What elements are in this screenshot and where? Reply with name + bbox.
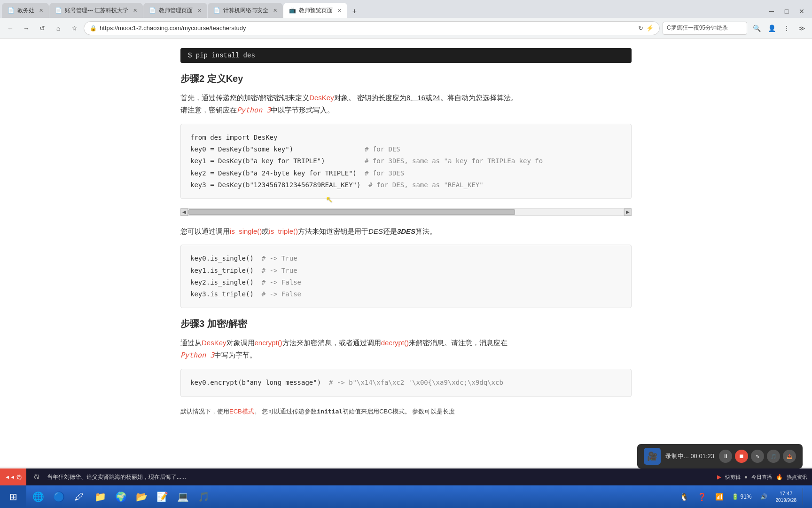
issingle-still: 还是 xyxy=(383,227,397,235)
tab5-close[interactable]: ✕ xyxy=(337,8,342,14)
issingle-or: 或 xyxy=(262,227,269,235)
news-text: 当年狂刘德华、追父卖肾跳海的杨丽娟，现在后悔了...... xyxy=(47,474,186,480)
step3-text1: 通过从 xyxy=(180,339,202,347)
main-scroll-area[interactable]: $ pip install des 步骤2 定义Key 首先，通过传递您的加密/… xyxy=(0,39,812,467)
close-browser[interactable]: ✕ xyxy=(795,5,808,18)
volume-icon: 🔊 xyxy=(760,493,767,500)
taskbar-volume[interactable]: 🔊 xyxy=(758,492,770,501)
tab-3[interactable]: 📄 教师管理页面 ✕ xyxy=(143,3,207,18)
help-icon: ❓ xyxy=(697,492,707,501)
python3-inline: Python 3 xyxy=(237,106,271,114)
tab4-close[interactable]: ✕ xyxy=(273,8,277,14)
initial-param: initial xyxy=(317,408,343,415)
tab-2[interactable]: 📄 账号管理--- 江苏科技大学 ✕ xyxy=(49,3,143,18)
news-arrow[interactable]: 🗘 xyxy=(30,474,43,480)
search-icon[interactable]: 🔍 xyxy=(750,22,763,35)
live-label[interactable]: 今日直播 xyxy=(751,474,772,481)
news-bar: ◄ ◄ 选 🗘 当年狂刘德华、追父卖肾跳海的杨丽娟，现在后悔了...... ▶ … xyxy=(0,468,812,485)
code-scrollbar-1[interactable]: ◀ ▶ xyxy=(180,208,632,216)
url-text: https://mooc1-2.chaoxing.com/mycourse/te… xyxy=(100,24,635,32)
fast-cut-label[interactable]: 快剪辑 xyxy=(725,474,741,481)
taskbar-app-browser[interactable]: 🌐 xyxy=(28,487,48,506)
bookmark-button[interactable]: ☆ xyxy=(68,22,81,35)
qq-icon: 🐧 xyxy=(679,492,689,501)
extensions-icon[interactable]: ≫ xyxy=(795,22,808,35)
issingle-text1: 您可以通过调用 xyxy=(180,227,230,235)
taskbar-app-edge[interactable]: 🌍 xyxy=(111,487,131,506)
step2-heading: 步骤2 定义Key xyxy=(180,72,632,85)
recording-cam-icon: 🎥 xyxy=(644,448,661,465)
code-block-3: key0.encrypt(b"any long message") # -> b… xyxy=(180,369,632,397)
hot-label[interactable]: 热点资讯 xyxy=(787,474,807,481)
recording-extra-btn-1[interactable]: ✎ xyxy=(751,450,764,463)
pause-recording-button[interactable]: ⏸ xyxy=(719,450,732,463)
new-tab-button[interactable]: + xyxy=(348,5,361,18)
step2-paragraph: 首先，通过传递您的加密/解密密钥来定义DesKey对象。 密钥的长度应为8、16… xyxy=(180,92,632,116)
step2-issingle-para: 您可以通过调用is_single()或is_triple()方法来知道密钥是用于… xyxy=(180,225,632,238)
live-icon: ● xyxy=(744,474,748,481)
search-bar[interactable]: C罗疯狂一夜95分钟绝杀 xyxy=(663,22,747,35)
scroll-thumb[interactable] xyxy=(188,209,515,215)
code-block-3-content: key0.encrypt(b"any long message") # -> b… xyxy=(190,377,622,389)
taskbar-app-music[interactable]: 🎵 xyxy=(194,487,213,506)
taskbar-help[interactable]: ❓ xyxy=(695,492,709,502)
issingle-highlight: is_single() xyxy=(230,227,262,235)
taskbar-app-ie[interactable]: 🔵 xyxy=(49,487,69,506)
select-icon: ◄ xyxy=(5,474,10,480)
taskbar-clock[interactable]: 17:47 2019/9/28 xyxy=(773,489,799,504)
show-desktop-button[interactable] xyxy=(803,488,808,505)
stop-recording-button[interactable]: ⏹ xyxy=(735,450,748,463)
deskey-highlight: DesKey xyxy=(309,94,334,102)
taskbar-app-folder[interactable]: 📂 xyxy=(132,487,151,506)
refresh-icon-small[interactable]: ↻ xyxy=(638,24,643,32)
address-bar[interactable]: 🔒 https://mooc1-2.chaoxing.com/mycourse/… xyxy=(84,21,660,35)
stop-icon: ⏹ xyxy=(739,453,744,460)
step3-deskey: DesKey xyxy=(202,339,226,347)
taskbar-network[interactable]: 📶 xyxy=(713,492,726,501)
refresh-button[interactable]: ↺ xyxy=(36,22,49,35)
taskbar-app-explorer[interactable]: 📁 xyxy=(90,487,110,506)
step3-python: Python 3 xyxy=(180,351,214,359)
step3-text4: 来解密消息。请注意，消息应在 xyxy=(409,339,508,347)
scroll-left-arrow[interactable]: ◀ xyxy=(180,208,188,216)
recording-status-text: 录制中... 00:01:23 xyxy=(665,452,714,460)
pause-icon: ⏸ xyxy=(723,453,728,460)
taskbar-app-terminal[interactable]: 💻 xyxy=(173,487,193,506)
forward-button[interactable]: → xyxy=(20,22,33,35)
issingle-text2: 方法来知道密钥是用于 xyxy=(298,227,368,235)
length-highlight: 长度应为8、16或24 xyxy=(378,94,440,102)
tab2-close[interactable]: ✕ xyxy=(133,8,137,14)
step3-paragraph: 通过从DesKey对象调用encrypt()方法来加密消息，或者通过调用decr… xyxy=(180,337,632,361)
taskbar-app-word[interactable]: 📝 xyxy=(152,487,172,506)
select-text: ◄ 选 xyxy=(10,474,22,481)
taskbar-battery[interactable]: 🔋 91% xyxy=(729,492,754,501)
scroll-right-arrow[interactable]: ▶ xyxy=(624,208,632,216)
home-button[interactable]: ⌂ xyxy=(52,22,65,35)
recording-extra-btn-3[interactable]: 📤 xyxy=(783,450,796,463)
clock-time: 17:47 xyxy=(776,490,797,497)
tab1-close[interactable]: ✕ xyxy=(39,8,43,14)
tab-5-active[interactable]: 📺 教师预览页面 ✕ xyxy=(283,3,347,18)
news-bar-select[interactable]: ◄ ◄ 选 xyxy=(0,468,26,485)
taskbar-qq[interactable]: 🐧 xyxy=(677,492,691,502)
taskbar-app-draw[interactable]: 🖊 xyxy=(70,487,89,506)
step2-text1: 首先，通过传递您的加密/解密密钥来定义 xyxy=(180,94,309,102)
ecb-mode: ECB模式 xyxy=(229,408,254,415)
tab-1[interactable]: 📄 教务处 ✕ xyxy=(2,3,49,18)
browser-toolbar: ← → ↺ ⌂ ☆ 🔒 https://mooc1-2.chaoxing.com… xyxy=(0,18,812,39)
step2-text2: 对象。 密钥的 xyxy=(334,94,378,102)
tab3-close[interactable]: ✕ xyxy=(197,8,202,14)
recording-extra-btn-2[interactable]: 🎵 xyxy=(767,450,780,463)
maximize-browser[interactable]: □ xyxy=(780,5,793,18)
start-button[interactable]: ⊞ xyxy=(0,485,26,508)
back-button[interactable]: ← xyxy=(4,22,17,35)
minimize-browser[interactable]: ─ xyxy=(765,5,778,18)
step3-decrypt: decrypt() xyxy=(381,339,409,347)
tab-4[interactable]: 📄 计算机网络与安全 ✕ xyxy=(208,3,283,18)
scroll-track[interactable] xyxy=(188,208,624,216)
menu-icon[interactable]: ⋮ xyxy=(780,22,793,35)
tab5-favicon: 📺 xyxy=(289,7,296,14)
profile-icon[interactable]: 👤 xyxy=(765,22,778,35)
tab5-label: 教师预览页面 xyxy=(299,7,333,15)
taskbar: ⊞ 🌐 🔵 🖊 📁 🌍 📂 📝 💻 🎵 🐧 ❓ 📶 🔋 91% 🔊 xyxy=(0,485,812,508)
